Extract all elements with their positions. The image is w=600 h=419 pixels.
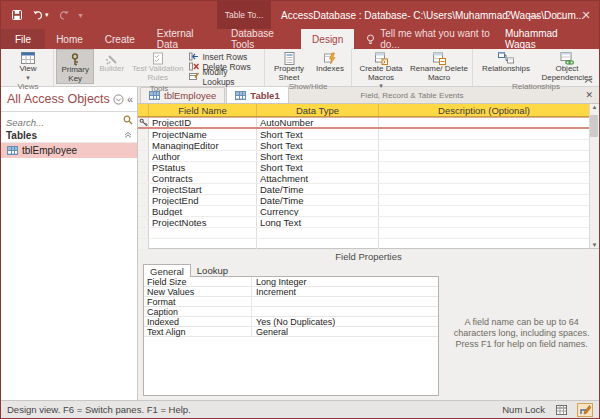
design-view-button[interactable] <box>577 403 593 417</box>
contextual-tab-group[interactable]: Table To... <box>217 1 271 29</box>
description-cell[interactable] <box>379 239 589 249</box>
undo-dropdown-icon[interactable]: ▾ <box>45 11 49 19</box>
data-type-cell[interactable]: Date/Time <box>257 195 379 205</box>
relationships-button[interactable]: Relationships <box>475 49 537 82</box>
row-selector[interactable] <box>138 129 149 139</box>
help-button[interactable]: ? <box>495 1 521 29</box>
nav-item-tblemployee[interactable]: tblEmployee <box>1 143 137 158</box>
ribbon-tab-design[interactable]: Design <box>301 29 354 49</box>
scroll-down-icon[interactable]: ▼ <box>592 242 598 248</box>
description-cell[interactable] <box>379 228 589 238</box>
maximize-button[interactable]: □ <box>547 1 573 29</box>
field-name-cell[interactable]: Contracts <box>149 173 257 183</box>
ribbon-tab-external-data[interactable]: External Data <box>146 29 220 49</box>
description-cell[interactable] <box>379 151 589 161</box>
tab-general[interactable]: General <box>143 264 191 277</box>
insert-rows-button[interactable]: Insert Rows <box>189 52 259 61</box>
row-selector[interactable] <box>138 206 149 216</box>
property-sheet-button[interactable]: Property Sheet <box>267 49 311 82</box>
field-name-cell[interactable] <box>149 228 257 238</box>
property-name[interactable]: Text Align <box>144 327 252 336</box>
data-type-cell[interactable]: Short Text <box>257 140 379 150</box>
field-name-cell[interactable]: ProjectName <box>149 129 257 139</box>
redo-icon[interactable] <box>58 10 70 21</box>
field-name-cell[interactable]: ProjectNotes <box>149 217 257 227</box>
data-type-cell[interactable]: Long Text <box>257 217 379 227</box>
row-selector[interactable] <box>138 151 149 161</box>
row-selector[interactable] <box>138 140 149 150</box>
description-cell[interactable] <box>379 206 589 216</box>
data-type-cell[interactable]: Short Text <box>257 162 379 172</box>
nav-menu-icon[interactable] <box>113 94 124 105</box>
ribbon-tab-home[interactable]: Home <box>45 29 94 49</box>
account-user-name[interactable]: Muhammad Waqas <box>505 29 599 49</box>
data-type-cell[interactable] <box>257 239 379 249</box>
primary-key-indicator[interactable] <box>138 118 149 127</box>
datasheet-view-button[interactable] <box>553 403 569 417</box>
scrollbar-thumb[interactable] <box>590 115 598 137</box>
search-icon[interactable] <box>123 115 133 125</box>
column-header-field-name[interactable]: Field Name <box>149 104 257 116</box>
row-selector[interactable] <box>138 162 149 172</box>
field-name-cell[interactable]: ProjectStart <box>149 184 257 194</box>
description-cell[interactable] <box>379 118 589 127</box>
nav-group-tables[interactable]: Tables <box>1 128 137 143</box>
property-value[interactable]: Long Integer <box>252 277 438 286</box>
row-selector[interactable] <box>138 239 149 249</box>
save-icon[interactable] <box>11 9 23 21</box>
data-type-cell[interactable]: AutoNumber <box>257 118 379 127</box>
description-cell[interactable] <box>379 217 589 227</box>
property-name[interactable]: Indexed <box>144 317 252 326</box>
field-name-cell[interactable]: ProjectID <box>149 118 257 127</box>
field-name-cell[interactable]: ManagingEditor <box>149 140 257 150</box>
field-name-cell[interactable]: PStatus <box>149 162 257 172</box>
property-name[interactable]: Format <box>144 297 252 306</box>
data-type-cell[interactable]: Currency <box>257 206 379 216</box>
modify-lookups-button[interactable]: Modify Lookups <box>189 72 259 81</box>
row-selector[interactable] <box>138 184 149 194</box>
scroll-up-icon[interactable]: ▲ <box>592 104 598 110</box>
property-value[interactable] <box>252 297 438 306</box>
data-type-cell[interactable]: Short Text <box>257 151 379 161</box>
description-cell[interactable] <box>379 184 589 194</box>
row-selector[interactable] <box>138 217 149 227</box>
tell-me-box[interactable]: Tell me what you want to do... <box>354 29 505 49</box>
field-name-cell[interactable]: ProjectEnd <box>149 195 257 205</box>
property-name[interactable]: Field Size <box>144 277 252 286</box>
ribbon-tab-create[interactable]: Create <box>94 29 146 49</box>
test-validation-rules-button[interactable]: Test Validation Rules <box>129 49 187 84</box>
property-value[interactable]: General <box>252 327 438 336</box>
data-type-cell[interactable]: Date/Time <box>257 184 379 194</box>
row-selector[interactable] <box>138 173 149 183</box>
description-cell[interactable] <box>379 140 589 150</box>
description-cell[interactable] <box>379 173 589 183</box>
create-data-macros-button[interactable]: Create Data Macros ▾ <box>354 49 408 91</box>
close-button[interactable]: ✕ <box>573 1 599 29</box>
row-selector[interactable] <box>138 195 149 205</box>
field-name-cell[interactable]: Budget <box>149 206 257 216</box>
indexes-button[interactable]: Indexes <box>311 49 349 82</box>
undo-icon[interactable]: ▾ <box>32 10 49 21</box>
property-name[interactable]: New Values <box>144 287 252 296</box>
property-value[interactable]: Increment <box>252 287 438 296</box>
collapse-group-icon[interactable] <box>124 131 132 139</box>
description-cell[interactable] <box>379 162 589 172</box>
row-selector[interactable] <box>138 228 149 238</box>
data-type-cell[interactable]: Attachment <box>257 173 379 183</box>
property-value[interactable]: Yes (No Duplicates) <box>252 317 438 326</box>
field-name-cell[interactable] <box>149 239 257 249</box>
rename-delete-macro-button[interactable]: Rename/ Delete Macro <box>408 49 470 91</box>
data-type-cell[interactable]: Short Text <box>257 129 379 139</box>
description-cell[interactable] <box>379 129 589 139</box>
search-input[interactable] <box>1 115 137 130</box>
ribbon-tab-file[interactable]: File <box>1 29 45 49</box>
shutter-bar-close-icon[interactable]: « <box>127 93 133 105</box>
close-document-icon[interactable]: ✕ <box>579 90 599 100</box>
property-name[interactable]: Caption <box>144 307 252 316</box>
customize-qat-icon[interactable]: ▾ <box>79 11 83 20</box>
property-value[interactable] <box>252 307 438 316</box>
collapse-ribbon-icon[interactable] <box>584 78 593 84</box>
column-header-description[interactable]: Description (Optional) <box>379 104 589 116</box>
ribbon-tab-database-tools[interactable]: Database Tools <box>220 29 301 49</box>
primary-key-button[interactable]: Primary Key <box>56 49 94 84</box>
